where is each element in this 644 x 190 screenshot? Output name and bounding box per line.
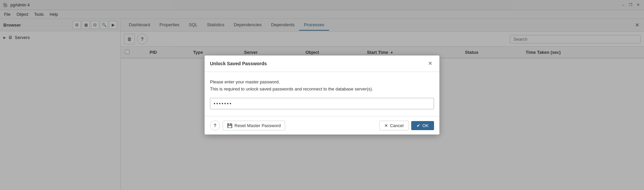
master-password-input[interactable] xyxy=(210,98,434,109)
dialog-footer-right: ✕ Cancel ✔ OK xyxy=(379,121,434,130)
reset-master-password-button[interactable]: 💾 Reset Master Password xyxy=(223,121,285,130)
dialog-close-button[interactable]: ✕ xyxy=(426,60,434,68)
reset-label: Reset Master Password xyxy=(234,123,281,128)
dialog-footer-left: ? 💾 Reset Master Password xyxy=(210,120,285,130)
dialog-description-line1: Please enter your master password. xyxy=(210,79,434,86)
cancel-button[interactable]: ✕ Cancel xyxy=(379,121,409,130)
dialog-body: Please enter your master password. This … xyxy=(205,72,439,116)
dialog-header: Unlock Saved Passwords ✕ xyxy=(205,55,439,72)
dialog-description: Please enter your master password. This … xyxy=(210,79,434,93)
dialog-title: Unlock Saved Passwords xyxy=(210,61,267,66)
dialog-footer: ? 💾 Reset Master Password ✕ Cancel ✔ OK xyxy=(205,116,439,135)
modal-overlay: Unlock Saved Passwords ✕ Please enter yo… xyxy=(0,0,644,190)
reset-icon: 💾 xyxy=(227,123,232,128)
ok-label: OK xyxy=(422,123,429,128)
dialog-description-line2: This is required to unlock saved passwor… xyxy=(210,86,434,93)
dialog-help-button[interactable]: ? xyxy=(210,120,220,130)
ok-button[interactable]: ✔ OK xyxy=(411,121,434,130)
cancel-label: Cancel xyxy=(390,123,404,128)
ok-icon: ✔ xyxy=(417,123,420,128)
cancel-icon: ✕ xyxy=(384,123,388,128)
unlock-dialog: Unlock Saved Passwords ✕ Please enter yo… xyxy=(205,55,439,135)
